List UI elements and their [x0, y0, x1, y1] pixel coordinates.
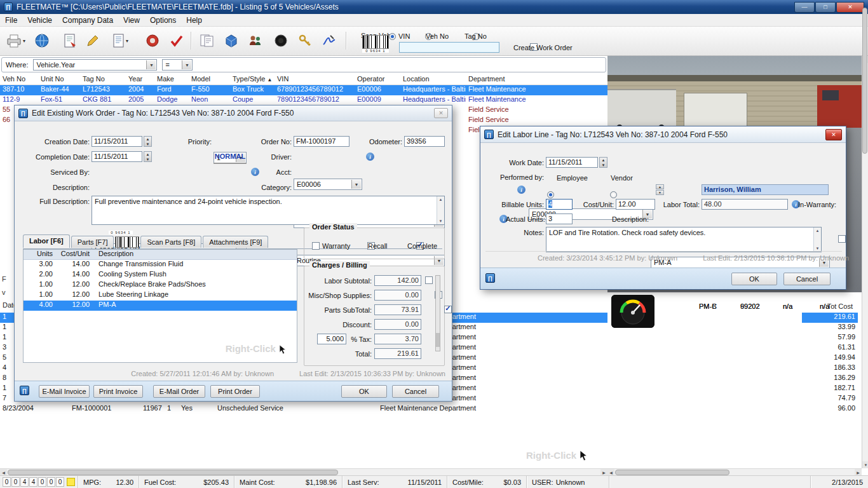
tot-cost-value[interactable]: 96.00: [802, 404, 858, 414]
scan-input[interactable]: [399, 42, 499, 53]
date-spinner-icon[interactable]: ▲▼: [599, 157, 607, 168]
ok-button[interactable]: OK: [341, 385, 387, 398]
email-order-button[interactable]: E-Mail Order: [153, 385, 205, 398]
table-row[interactable]: 387-10 Baker-44 L712543 2004 Ford F-550 …: [0, 85, 607, 95]
employee-radio[interactable]: [547, 191, 554, 198]
record-button[interactable]: [272, 32, 290, 50]
menubar: FileVehicleCompany DataViewOptionsHelp: [0, 14, 868, 27]
table-row[interactable]: 112-9 Fox-51 CKG 881 2005 Dodge Neon Cou…: [0, 95, 607, 105]
approve-check-button[interactable]: [168, 32, 186, 50]
keys-button[interactable]: [296, 32, 314, 50]
tot-cost-value[interactable]: 57.99: [802, 333, 858, 343]
creation-date-field[interactable]: 11/15/2011: [92, 136, 142, 147]
ok-button[interactable]: OK: [731, 273, 777, 285]
toolbar-separator: [191, 32, 191, 50]
close-button[interactable]: ✕: [836, 2, 864, 13]
odometer-field[interactable]: 39356: [404, 136, 445, 147]
date-spinner-icon[interactable]: ▲▼: [144, 151, 152, 162]
right-click-watermark: Right-Click: [226, 343, 287, 355]
vertical-scrollbar-thumb[interactable]: [862, 8, 867, 154]
table-row[interactable]: 8/23/2004 FM-1000001 11967 1 Yes Unsched…: [0, 404, 607, 414]
tax-rate-field[interactable]: 5.000: [317, 334, 346, 344]
close-icon[interactable]: ✕: [825, 129, 842, 140]
labor-row[interactable]: 3.00 14.00 Change Transmission Fluid: [24, 260, 297, 270]
tot-cost-value[interactable]: 61.31: [802, 343, 858, 353]
cancel-button[interactable]: Cancel: [392, 385, 439, 398]
employee-stepper[interactable]: ▲▼: [656, 184, 664, 195]
textarea-scrollbar[interactable]: ▲▼: [437, 196, 444, 224]
menu-item[interactable]: Vehicle: [22, 15, 57, 26]
print-button[interactable]: [5, 32, 23, 50]
print-invoice-button[interactable]: Print Invoice: [93, 385, 143, 398]
actual-units-field[interactable]: 3: [546, 214, 573, 224]
invoice-button[interactable]: [198, 32, 216, 50]
compose-button[interactable]: [84, 32, 102, 50]
menu-item[interactable]: Options: [145, 15, 181, 26]
info-icon[interactable]: i: [366, 152, 374, 161]
info-icon[interactable]: i: [251, 168, 259, 176]
category-label: Category:: [247, 184, 292, 191]
notes-textarea[interactable]: LOF and Tire Rotation. Check road safety…: [546, 227, 822, 252]
new-form-button[interactable]: [109, 32, 127, 50]
tot-cost-value[interactable]: 186.33: [802, 363, 858, 374]
filter-operator-combobox[interactable]: =▼: [162, 59, 193, 71]
chevron-down-icon[interactable]: ▾: [23, 38, 25, 44]
parts-subtotal-checkbox[interactable]: [444, 306, 452, 313]
personnel-button[interactable]: [247, 32, 264, 50]
web-button[interactable]: [33, 32, 51, 50]
tab-labor[interactable]: Labor [F6]: [23, 234, 70, 248]
menu-item[interactable]: Company Data: [57, 15, 118, 26]
tot-cost-value[interactable]: 136.29: [802, 374, 858, 384]
filter-field-combobox[interactable]: Vehicle.Year▼: [33, 59, 157, 71]
billable-units-field[interactable]: 4: [546, 199, 573, 210]
completion-date-field[interactable]: 11/15/2011: [92, 151, 142, 162]
warranty-checkbox[interactable]: [312, 242, 320, 250]
menu-item[interactable]: File: [0, 15, 22, 26]
red-disc-button[interactable]: [144, 32, 161, 50]
chevron-down-icon[interactable]: ▾: [126, 38, 128, 44]
info-icon[interactable]: i: [517, 186, 526, 194]
vendor-radio[interactable]: [610, 191, 617, 198]
driver-combobox[interactable]: E00006▼: [294, 179, 362, 190]
labor-subtotal-checkbox[interactable]: [425, 276, 433, 284]
date-spinner-icon[interactable]: ▲▼: [144, 136, 152, 147]
cancel-button[interactable]: Cancel: [783, 273, 831, 285]
cost-unit-field[interactable]: 12.00: [616, 199, 655, 210]
tab-parts[interactable]: Parts [F7]: [71, 236, 114, 248]
work-order-form-button[interactable]: [61, 32, 79, 50]
history-horizontal-scrollbar[interactable]: ◀▶: [0, 468, 607, 475]
menu-item[interactable]: View: [118, 15, 145, 26]
labor-row[interactable]: 4.00 12.00 PM-A: [24, 301, 297, 311]
database-button[interactable]: [222, 32, 240, 50]
in-warranty-checkbox[interactable]: [838, 235, 846, 243]
labor-row[interactable]: 1.00 12.00 Check/Replace Brake Pads/Shoe…: [24, 280, 297, 290]
order-no-field[interactable]: FM-1000197: [294, 136, 349, 147]
tot-cost-value[interactable]: 149.94: [802, 353, 858, 363]
performed-by-label: Performed by:: [484, 173, 544, 181]
signature-button[interactable]: [320, 32, 338, 50]
email-invoice-button[interactable]: E-Mail Invoice: [39, 385, 90, 398]
reminder-row[interactable]: PM-C 99202 n/a n/a: [610, 292, 859, 332]
total-field: 219.61: [374, 348, 421, 359]
print-order-button[interactable]: Print Order: [210, 385, 260, 398]
tab-scan-parts[interactable]: Scan Parts [F8]: [140, 236, 201, 248]
scan-vin-radio[interactable]: [389, 33, 396, 40]
charges-scrollbar[interactable]: [435, 275, 440, 351]
labor-row[interactable]: 1.00 12.00 Lube Steering Linkage: [24, 290, 297, 301]
tab-attachments[interactable]: Attachments [F9]: [203, 236, 268, 248]
reminders-horizontal-scrollbar[interactable]: ◀▶: [607, 468, 862, 475]
tot-cost-value[interactable]: 74.79: [802, 394, 858, 404]
close-icon[interactable]: ✕: [434, 108, 448, 118]
maximize-button[interactable]: □: [815, 2, 836, 13]
chevron-down-icon[interactable]: ▼: [351, 180, 361, 189]
full-description-textarea[interactable]: Full preventive maintenance and 24-point…: [92, 196, 445, 225]
textarea-scrollbar[interactable]: ▲▼: [813, 227, 821, 252]
chevron-down-icon[interactable]: ▼: [146, 60, 156, 69]
tot-cost-value[interactable]: 182.71: [802, 384, 858, 394]
labor-row[interactable]: 2.00 14.00 Cooling System Flush: [24, 270, 297, 280]
vehicle-table-header[interactable]: Veh No Unit No Tag No Year Make Model Ty…: [0, 75, 607, 85]
chevron-down-icon[interactable]: ▼: [182, 60, 191, 69]
work-date-field[interactable]: 11/15/2011: [546, 157, 598, 168]
minimize-button[interactable]: —: [794, 2, 815, 13]
menu-item[interactable]: Help: [181, 15, 207, 26]
